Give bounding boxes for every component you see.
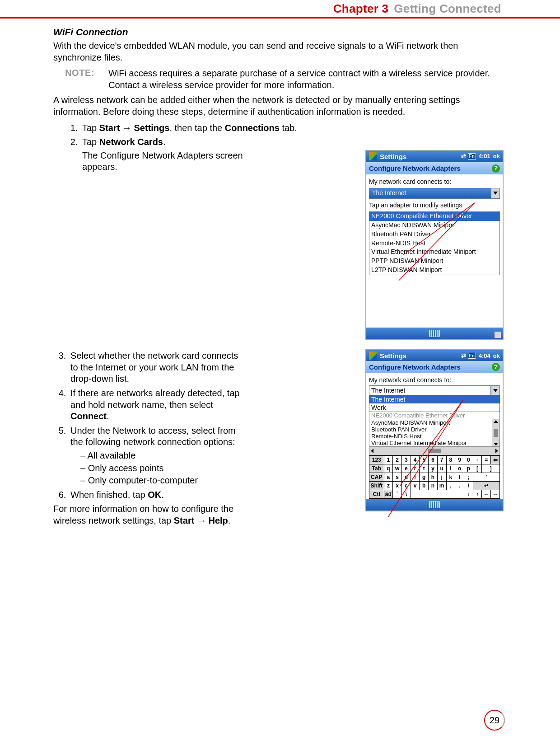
key[interactable]: j [437,473,446,482]
key[interactable]: a [384,473,393,482]
list-item[interactable]: NE2000 Compatible Ethernet Driver [369,412,499,419]
dropdown-option[interactable]: The Internet [369,395,499,403]
help-icon[interactable]: ? [492,164,500,173]
ok-button[interactable]: ok [493,352,500,359]
key[interactable]: f [411,473,420,482]
list-item[interactable]: AsyncMac NDISWAN Miniport [369,419,492,426]
enter-key[interactable]: ↵ [473,482,499,490]
key[interactable]: b [420,482,429,490]
connects-to-combo[interactable]: The Internet [369,188,500,199]
key[interactable]: k [446,473,455,482]
key[interactable]: r [411,464,420,473]
shift-key[interactable]: Shift [369,482,384,490]
key[interactable]: u [437,464,446,473]
key[interactable]: v [411,482,420,490]
adapter-list[interactable]: NE2000 Compatible Ethernet Driver AsyncM… [369,412,500,447]
key[interactable]: 4 [411,456,420,464]
vertical-scrollbar[interactable] [492,419,499,446]
scroll-right-icon[interactable] [495,449,498,453]
ctrl-key[interactable]: Ctl [369,490,384,499]
keyboard-icon[interactable] [429,330,440,337]
key[interactable]: c [401,482,411,490]
list-item[interactable]: Remote-NDIS Host [369,239,499,248]
key[interactable]: 6 [429,456,438,464]
dropdown-option[interactable]: Work [369,403,499,412]
scroll-thumb[interactable] [494,429,498,437]
key[interactable]: e [401,464,411,473]
key[interactable]: y [429,464,438,473]
key[interactable]: , [446,482,455,490]
key[interactable]: ; [464,473,473,482]
key[interactable]: 5 [420,456,429,464]
key[interactable]: = [482,456,491,464]
list-item[interactable]: Virtual Ethernet Intermediate Miniport [369,248,499,257]
key[interactable]: . [455,482,464,490]
key[interactable]: 123 [369,456,384,464]
chevron-down-icon[interactable] [491,188,500,199]
key[interactable]: 0 [464,456,473,464]
list-item[interactable]: AsyncMac NDISWAN Miniport [369,221,499,230]
key[interactable]: p [464,464,473,473]
key[interactable]: 2 [393,456,402,464]
key[interactable]: g [420,473,429,482]
key[interactable]: q [384,464,393,473]
key[interactable]: o [455,464,464,473]
key[interactable]: l [455,473,464,482]
scroll-up-icon[interactable] [494,420,498,423]
list-item[interactable]: PPTP NDISWAN Miniport [369,257,499,266]
key[interactable]: [ [473,464,482,473]
space-key[interactable] [411,490,464,499]
key[interactable]: ' [473,473,499,482]
key[interactable]: t [420,464,429,473]
arrow-right-key[interactable]: → [491,490,500,499]
start-icon[interactable] [369,351,377,360]
list-item[interactable]: NE2000 Compatible Ethernet Driver [369,212,499,221]
on-screen-keyboard[interactable]: 123 1234567890-=⬅ Tab qwertyuiop[] CAP a… [369,455,500,499]
list-item[interactable]: Remote-NDIS Host [369,433,492,440]
caps-key[interactable]: CAP [369,473,384,482]
key[interactable]: 3 [401,456,411,464]
clock: 4:01 [479,153,490,160]
key[interactable]: - [473,456,482,464]
list-item[interactable]: Bluetooth PAN Driver [369,230,499,239]
key[interactable]: d [401,473,411,482]
adapter-list[interactable]: NE2000 Compatible Ethernet Driver AsyncM… [369,211,500,275]
backspace-key[interactable]: ⬅ [491,456,500,464]
key[interactable]: z [384,482,393,490]
arrow-left-key[interactable]: ← [482,490,491,499]
key[interactable]: 1 [384,456,393,464]
chapter-label: Chapter 3 [333,2,389,16]
keyboard-icon[interactable] [429,501,440,508]
key[interactable]: x [393,482,402,490]
scroll-thumb[interactable] [428,449,441,453]
dropdown-list[interactable]: The Internet Work [369,395,500,412]
screenshot-1: Settings ⇄Fn4:01ok Configure Network Ada… [365,150,504,340]
ok-button[interactable]: ok [493,153,500,160]
key[interactable]: \ [401,490,411,499]
scroll-down-icon[interactable] [494,443,498,445]
key[interactable]: / [464,482,473,490]
key[interactable]: ` [393,490,402,499]
list-item[interactable]: Bluetooth PAN Driver [369,426,492,433]
chevron-down-icon[interactable] [491,385,500,395]
arrow-up-key[interactable]: ↑ [473,490,482,499]
key[interactable]: 9 [455,456,464,464]
key[interactable]: ] [482,464,500,473]
key[interactable]: n [429,482,438,490]
key[interactable]: s [393,473,402,482]
arrow-down-key[interactable]: ↓ [464,490,473,499]
help-icon[interactable]: ? [492,363,500,371]
start-icon[interactable] [369,152,377,160]
key[interactable]: 8 [446,456,455,464]
key[interactable]: w [393,464,402,473]
key[interactable]: m [437,482,446,490]
horizontal-scrollbar[interactable] [369,447,500,455]
key[interactable]: h [429,473,438,482]
list-item[interactable]: Virtual Ethernet Intermediate Minipor [369,440,492,446]
key[interactable]: 7 [437,456,446,464]
connects-to-combo[interactable]: The Internet [369,385,500,395]
tab-key[interactable]: Tab [369,464,384,473]
intl-key[interactable]: áü [384,490,393,499]
list-item[interactable]: L2TP NDISWAN Miniport [369,266,499,275]
key[interactable]: i [446,464,455,473]
